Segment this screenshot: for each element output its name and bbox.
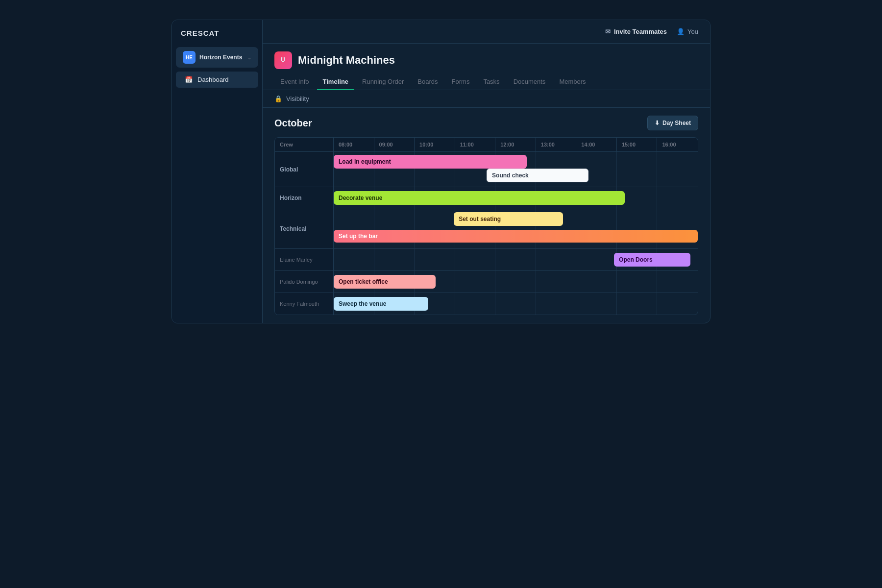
time-header-0800: 08:00 bbox=[334, 138, 374, 151]
mail-icon: ✉ bbox=[605, 28, 611, 35]
workspace-name: Horizon Events bbox=[199, 54, 244, 61]
top-bar: ✉ Invite Teammates 👤 You bbox=[263, 20, 710, 44]
time-header-1600: 16:00 bbox=[657, 138, 698, 151]
task-set-up-bar[interactable]: Set up the bar bbox=[334, 230, 698, 243]
visibility-bar: 🔒 Visibility bbox=[263, 90, 710, 108]
tab-boards[interactable]: Boards bbox=[412, 74, 443, 90]
task-open-doors[interactable]: Open Doors bbox=[614, 253, 690, 267]
tab-event-info[interactable]: Event Info bbox=[274, 74, 315, 90]
global-row-content: Load in equipment Sound check bbox=[334, 152, 698, 187]
elaine-marley-row-content: Open Doors bbox=[334, 249, 698, 270]
time-header-1000: 10:00 bbox=[415, 138, 455, 151]
row-label-palido-domingo: Palido Domingo bbox=[275, 271, 334, 293]
top-bar-actions: ✉ Invite Teammates 👤 You bbox=[605, 28, 698, 35]
time-header-1200: 12:00 bbox=[495, 138, 536, 151]
task-sound-check[interactable]: Sound check bbox=[487, 169, 588, 182]
row-label-horizon: Horizon bbox=[275, 187, 334, 209]
task-open-ticket-office[interactable]: Open ticket office bbox=[334, 275, 436, 289]
content-area: ✉ Invite Teammates 👤 You 🎙 Midnight Mach… bbox=[263, 20, 710, 323]
download-icon: ⬇ bbox=[655, 120, 660, 126]
invite-teammates-button[interactable]: ✉ Invite Teammates bbox=[605, 28, 667, 35]
app-logo: CRESCAT bbox=[172, 29, 262, 47]
time-header-1400: 14:00 bbox=[576, 138, 617, 151]
table-row: Palido Domingo Open ticket office bbox=[275, 271, 698, 293]
row-label-elaine-marley: Elaine Marley bbox=[275, 249, 334, 270]
kenny-falmouth-row-content: Sweep the venue bbox=[334, 293, 698, 315]
time-header-1500: 15:00 bbox=[617, 138, 658, 151]
sidebar-item-dashboard[interactable]: 📅 Dashboard bbox=[176, 72, 258, 88]
table-row: Elaine Marley Open Doors bbox=[275, 249, 698, 271]
tab-running-order[interactable]: Running Order bbox=[356, 74, 410, 90]
table-row: Global Load in equipment bbox=[275, 152, 698, 187]
table-row: Horizon Decorate venue bbox=[275, 187, 698, 209]
user-button[interactable]: 👤 You bbox=[677, 28, 698, 35]
timeline-grid: Crew 08:00 09:00 10:00 11:00 12:00 13:00… bbox=[274, 137, 698, 315]
row-label-kenny-falmouth: Kenny Falmouth bbox=[275, 293, 334, 315]
event-header: 🎙 Midnight Machines bbox=[263, 44, 710, 69]
timeline-container: October ⬇ Day Sheet Crew 08:00 09:00 10:… bbox=[263, 108, 710, 323]
time-header-row: Crew 08:00 09:00 10:00 11:00 12:00 13:00… bbox=[275, 138, 698, 152]
task-sweep-venue[interactable]: Sweep the venue bbox=[334, 297, 428, 311]
task-set-out-seating[interactable]: Set out seating bbox=[454, 212, 563, 226]
horizon-row-content: Decorate venue bbox=[334, 187, 698, 209]
task-decorate-venue[interactable]: Decorate venue bbox=[334, 191, 625, 205]
time-header-0900: 09:00 bbox=[374, 138, 415, 151]
workspace-avatar: HE bbox=[183, 51, 196, 64]
workspace-selector[interactable]: HE Horizon Events ⌄ bbox=[176, 47, 258, 68]
time-header-1100: 11:00 bbox=[455, 138, 496, 151]
task-load-in-equipment[interactable]: Load in equipment bbox=[334, 155, 527, 169]
lock-icon: 🔒 bbox=[274, 95, 282, 102]
tab-forms[interactable]: Forms bbox=[446, 74, 476, 90]
table-row: Kenny Falmouth Sweep the venue bbox=[275, 293, 698, 315]
event-title: Midnight Machines bbox=[298, 54, 395, 67]
tab-documents[interactable]: Documents bbox=[508, 74, 552, 90]
calendar-icon: 📅 bbox=[185, 76, 193, 83]
chevron-down-icon: ⌄ bbox=[247, 55, 251, 60]
crew-column-header: Crew bbox=[275, 138, 334, 151]
sidebar-item-label: Dashboard bbox=[197, 76, 229, 83]
tab-tasks[interactable]: Tasks bbox=[477, 74, 505, 90]
palido-domingo-row-content: Open ticket office bbox=[334, 271, 698, 293]
month-title: October bbox=[274, 118, 312, 129]
tab-members[interactable]: Members bbox=[553, 74, 591, 90]
sidebar: CRESCAT HE Horizon Events ⌄ 📅 Dashboard bbox=[172, 20, 263, 323]
event-icon: 🎙 bbox=[274, 51, 292, 69]
table-row: Technical Set out seating bbox=[275, 209, 698, 249]
row-label-global: Global bbox=[275, 152, 334, 187]
timeline-header-row: October ⬇ Day Sheet bbox=[274, 116, 698, 130]
day-sheet-button[interactable]: ⬇ Day Sheet bbox=[647, 116, 698, 130]
tab-timeline[interactable]: Timeline bbox=[317, 74, 355, 90]
visibility-label: Visibility bbox=[286, 95, 309, 102]
user-icon: 👤 bbox=[677, 28, 685, 35]
tabs-bar: Event Info Timeline Running Order Boards… bbox=[263, 69, 710, 90]
time-header-1300: 13:00 bbox=[536, 138, 577, 151]
row-label-technical: Technical bbox=[275, 209, 334, 248]
technical-row-content: Set out seating Set up the bar bbox=[334, 209, 698, 248]
